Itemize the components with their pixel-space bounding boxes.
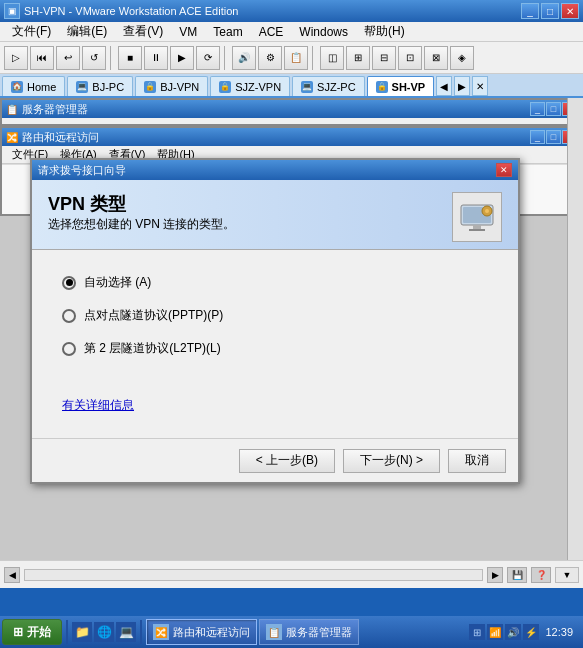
- window-controls: _ □ ✕: [521, 3, 579, 19]
- toolbar-btn-8[interactable]: ⟳: [196, 46, 220, 70]
- toolbar-btn-14[interactable]: ⊟: [372, 46, 396, 70]
- taskbar-sep: [66, 620, 68, 644]
- dialog-footer: < 上一步(B) 下一步(N) > 取消: [32, 438, 518, 482]
- bottom-dropdown[interactable]: ▼: [555, 567, 579, 583]
- toolbar-btn-9[interactable]: 🔊: [232, 46, 256, 70]
- toolbar-btn-11[interactable]: 📋: [284, 46, 308, 70]
- svg-rect-3: [469, 229, 485, 231]
- radio-l2tp[interactable]: 第 2 层隧道协议(L2TP)(L): [62, 340, 488, 357]
- toolbar-btn-6[interactable]: ⏸: [144, 46, 168, 70]
- toolbar-btn-16[interactable]: ⊠: [424, 46, 448, 70]
- toolbar-btn-12[interactable]: ◫: [320, 46, 344, 70]
- tray-icon-3: 🔊: [505, 624, 521, 640]
- next-button[interactable]: 下一步(N) >: [343, 449, 440, 473]
- dialog-header: VPN 类型 选择您想创建的 VPN 连接的类型。: [32, 180, 518, 250]
- menu-view[interactable]: 查看(V): [115, 21, 171, 42]
- toolbar-btn-5[interactable]: ■: [118, 46, 142, 70]
- toolbar-btn-17[interactable]: ◈: [450, 46, 474, 70]
- taskbar-server-label: 服务器管理器: [286, 625, 352, 640]
- scroll-bar[interactable]: [567, 98, 583, 588]
- info-link-area: 有关详细信息: [62, 397, 488, 414]
- tab-shvp-label: SH-VP: [392, 81, 426, 93]
- tab-nav-close[interactable]: ✕: [472, 76, 488, 96]
- dialog-header-description: 选择您想创建的 VPN 连接的类型。: [48, 216, 235, 233]
- tray-icon-2: 📶: [487, 624, 503, 640]
- toolbar-btn-13[interactable]: ⊞: [346, 46, 370, 70]
- radio-l2tp-indicator: [62, 342, 76, 356]
- tab-nav-prev[interactable]: ◀: [436, 76, 452, 96]
- back-button[interactable]: < 上一步(B): [239, 449, 335, 473]
- start-button[interactable]: ⊞ 开始: [2, 619, 62, 645]
- tab-sjz-vpn[interactable]: 🔒 SJZ-VPN: [210, 76, 290, 96]
- dialog-body: 自动选择 (A) 点对点隧道协议(PPTP)(P) 第 2 层隧道协议(L2TP…: [32, 250, 518, 438]
- menu-vm[interactable]: VM: [171, 23, 205, 41]
- server-mgr-restore[interactable]: □: [546, 102, 561, 116]
- maximize-button[interactable]: □: [541, 3, 559, 19]
- route-restore[interactable]: □: [546, 130, 561, 144]
- taskbar-sep-2: [140, 620, 142, 644]
- toolbar: ▷ ⏮ ↩ ↺ ■ ⏸ ▶ ⟳ 🔊 ⚙ 📋 ◫ ⊞ ⊟ ⊡ ⊠ ◈: [0, 42, 583, 74]
- tab-bjvpn-label: BJ-VPN: [160, 81, 199, 93]
- tab-bar: 🏠 Home 💻 BJ-PC 🔒 BJ-VPN 🔒 SJZ-VPN 💻 SJZ-…: [0, 74, 583, 98]
- tab-bj-pc[interactable]: 💻 BJ-PC: [67, 76, 133, 96]
- quicklaunch-3[interactable]: 💻: [116, 622, 136, 642]
- menu-edit[interactable]: 编辑(E): [59, 21, 115, 42]
- tab-sjz-pc[interactable]: 💻 SJZ-PC: [292, 76, 365, 96]
- dialog-close-button[interactable]: ✕: [496, 163, 512, 177]
- vpn-type-options: 自动选择 (A) 点对点隧道协议(PPTP)(P) 第 2 层隧道协议(L2TP…: [62, 274, 488, 357]
- radio-auto[interactable]: 自动选择 (A): [62, 274, 488, 291]
- start-icon: ⊞: [13, 625, 23, 639]
- radio-pptp-label: 点对点隧道协议(PPTP)(P): [84, 307, 223, 324]
- shvp-icon: 🔒: [376, 81, 388, 93]
- close-button[interactable]: ✕: [561, 3, 579, 19]
- menu-ace[interactable]: ACE: [251, 23, 292, 41]
- dialog-title-bar: 请求拨号接口向导 ✕: [32, 160, 518, 180]
- bjvpn-icon: 🔒: [144, 81, 156, 93]
- bottom-btn-info[interactable]: ❓: [531, 567, 551, 583]
- server-manager-window: 📋 服务器管理器 _ □ ✕: [0, 98, 583, 126]
- tab-sjzpc-label: SJZ-PC: [317, 81, 356, 93]
- bottom-btn-disk[interactable]: 💾: [507, 567, 527, 583]
- toolbar-btn-2[interactable]: ⏮: [30, 46, 54, 70]
- route-access-title-bar: 🔀 路由和远程访问 _ □ ✕: [2, 128, 581, 146]
- taskbar: ⊞ 开始 📁 🌐 💻 🔀 路由和远程访问 📋 服务器管理器 ⊞ 📶 🔊 ⚡ 12…: [0, 616, 583, 648]
- system-clock: 12:39: [541, 626, 577, 638]
- tab-home[interactable]: 🏠 Home: [2, 76, 65, 96]
- sjzpc-icon: 💻: [301, 81, 313, 93]
- toolbar-btn-4[interactable]: ↺: [82, 46, 106, 70]
- menu-file[interactable]: 文件(F): [4, 21, 59, 42]
- route-minimize[interactable]: _: [530, 130, 545, 144]
- toolbar-btn-7[interactable]: ▶: [170, 46, 194, 70]
- svg-rect-2: [473, 225, 481, 229]
- vpn-type-dialog: 请求拨号接口向导 ✕ VPN 类型 选择您想创建的 VPN 连接的类型。: [30, 158, 520, 484]
- tab-bj-vpn[interactable]: 🔒 BJ-VPN: [135, 76, 208, 96]
- quicklaunch-2[interactable]: 🌐: [94, 622, 114, 642]
- sjzvpn-icon: 🔒: [219, 81, 231, 93]
- quicklaunch-1[interactable]: 📁: [72, 622, 92, 642]
- bottom-btn-1[interactable]: ◀: [4, 567, 20, 583]
- cancel-button[interactable]: 取消: [448, 449, 506, 473]
- toolbar-btn-3[interactable]: ↩: [56, 46, 80, 70]
- menu-bar: 文件(F) 编辑(E) 查看(V) VM Team ACE Windows 帮助…: [0, 22, 583, 42]
- bottom-btn-2[interactable]: ▶: [487, 567, 503, 583]
- menu-help[interactable]: 帮助(H): [356, 21, 413, 42]
- taskbar-server-item[interactable]: 📋 服务器管理器: [259, 619, 359, 645]
- toolbar-sep-2: [224, 46, 228, 70]
- toolbar-btn-10[interactable]: ⚙: [258, 46, 282, 70]
- menu-team[interactable]: Team: [205, 23, 250, 41]
- toolbar-btn-15[interactable]: ⊡: [398, 46, 422, 70]
- taskbar-route-item[interactable]: 🔀 路由和远程访问: [146, 619, 257, 645]
- toolbar-btn-1[interactable]: ▷: [4, 46, 28, 70]
- server-mgr-minimize[interactable]: _: [530, 102, 545, 116]
- menu-windows[interactable]: Windows: [291, 23, 356, 41]
- h-scrollbar[interactable]: [24, 569, 483, 581]
- tab-nav-next[interactable]: ▶: [454, 76, 470, 96]
- svg-point-5: [485, 209, 489, 213]
- bjpc-icon: 💻: [76, 81, 88, 93]
- server-manager-title-bar: 📋 服务器管理器 _ □ ✕: [2, 100, 581, 118]
- dialog-header-heading: VPN 类型: [48, 192, 235, 216]
- tab-sh-vp[interactable]: 🔒 SH-VP: [367, 76, 435, 96]
- info-link[interactable]: 有关详细信息: [62, 398, 134, 412]
- radio-pptp[interactable]: 点对点隧道协议(PPTP)(P): [62, 307, 488, 324]
- minimize-button[interactable]: _: [521, 3, 539, 19]
